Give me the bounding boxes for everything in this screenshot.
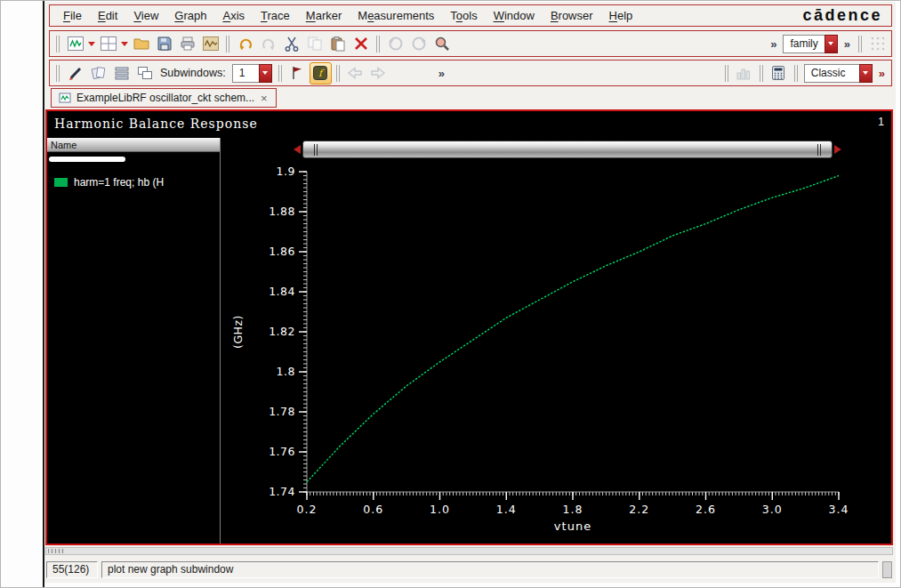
slider-right-grip[interactable] [817,144,821,156]
toolbar-overflow[interactable]: » [435,67,448,80]
dropdown-arrow-icon[interactable] [87,33,96,54]
bar-chart-icon [735,64,752,82]
menu-item-file[interactable]: File [55,7,90,24]
window-left-border [43,1,44,588]
plot-area[interactable]: 0.20.61.01.41.82.22.63.03.41.741.761.781… [221,163,893,545]
menu-item-marker[interactable]: Marker [298,7,350,24]
copy-button[interactable] [303,33,326,55]
graph-title: Harmonic Balance Response [54,117,258,131]
family-combo-value[interactable]: family [783,35,824,53]
status-message: plot new graph subwindow [101,561,879,578]
svg-text:(GHz): (GHz) [231,315,245,349]
pen-tool-button[interactable] [64,62,86,85]
style-combo-value[interactable]: Classic [804,64,859,83]
redo-button[interactable] [257,33,279,55]
strip-lines-icon [113,64,131,82]
refresh-prev-button[interactable] [384,33,406,55]
toolbar-overflow[interactable]: » [841,37,854,51]
svg-text:1.88: 1.88 [269,205,295,218]
dots-grid-button[interactable] [866,33,889,55]
toolbar-grip[interactable] [56,36,60,52]
legend-item[interactable]: harm=1 freq; hb (H [54,176,220,189]
toolbar-grip[interactable] [760,65,763,82]
menu-item-axis[interactable]: Axis [214,7,253,24]
toolbar-grip[interactable] [56,65,60,82]
menu-item-help[interactable]: Help [601,7,641,24]
combo-dropdown-icon[interactable] [859,64,873,83]
new-subwindow-button[interactable] [97,33,119,55]
menu-item-edit[interactable]: Edit [90,7,125,24]
svg-text:2.6: 2.6 [696,503,716,516]
calculator-icon [769,64,787,82]
legend-label: harm=1 freq; hb (H [74,176,164,189]
flag-icon [288,64,306,82]
print-button[interactable] [176,33,198,55]
slider-right-arrow-icon[interactable] [834,145,841,154]
family-combo[interactable]: family [783,35,837,53]
undo-button[interactable] [234,33,256,55]
menu-item-browser[interactable]: Browser [543,7,601,24]
menu-item-window[interactable]: Window [486,7,543,24]
horizontal-scrollbar-thumb[interactable] [48,549,64,553]
subwindows-combo[interactable]: 1 [232,64,272,83]
new-waveform-window-button[interactable] [64,33,86,55]
name-panel-scrollbar-thumb[interactable] [49,157,125,162]
zoom-fit-button[interactable] [430,33,453,55]
delete-button[interactable] [350,33,372,55]
horizontal-scrollbar[interactable] [45,547,893,555]
toolbar-grip[interactable] [336,65,340,82]
cards-button[interactable] [87,62,109,85]
combo-dropdown-icon[interactable] [825,35,838,53]
svg-text:1.9: 1.9 [277,165,295,178]
menu-item-tools[interactable]: Tools [442,7,485,24]
toolbar-grip[interactable] [376,36,380,52]
toolbar-overflow[interactable]: » [767,37,780,51]
legend-list: harm=1 freq; hb (H [47,176,220,189]
nav-back-button[interactable] [344,62,366,85]
strip-chart-button[interactable] [110,62,133,85]
cards-icon [90,64,108,82]
cut-button[interactable] [280,33,302,55]
nav-forward-button[interactable] [367,62,390,85]
slider-left-grip[interactable] [314,144,318,156]
menu-item-measurements[interactable]: Measurements [350,7,442,24]
flag-button[interactable] [286,62,309,85]
svg-text:3.0: 3.0 [762,503,783,516]
graph-window: Harmonic Balance Response 1 Name harm=1 … [45,109,893,545]
function-f-button[interactable]: f [310,62,332,85]
status-scroll-thumb[interactable] [882,561,892,578]
waveform-snapshot-button[interactable] [199,33,221,55]
subwindows-combo-value[interactable]: 1 [232,64,259,83]
menu-items: FileEditViewGraphAxisTraceMarkerMeasurem… [55,7,640,24]
style-combo[interactable]: Classic [804,64,873,83]
dots-grid-icon [869,35,887,52]
function-f-icon: f [311,64,329,82]
toolbar-grip[interactable] [794,65,798,82]
bar-chart-button[interactable] [733,62,755,85]
tab-close-icon[interactable]: × [260,93,269,104]
subwindow-layout-button[interactable] [133,62,156,85]
toolbar-grip[interactable] [858,36,862,52]
menu-item-graph[interactable]: Graph [166,7,214,24]
menu-item-trace[interactable]: Trace [253,7,298,24]
refresh-next-button[interactable] [407,33,430,55]
calculator-button[interactable] [768,62,790,85]
toolbar-overflow[interactable]: » [875,67,889,80]
open-button[interactable] [130,33,152,55]
paste-clipboard-icon [329,35,347,52]
slider-bar[interactable] [302,141,833,158]
dropdown-arrow-icon[interactable] [120,33,129,54]
menu-item-view[interactable]: View [125,7,166,24]
toolbar-grip[interactable] [226,36,229,52]
paste-button[interactable] [326,33,349,55]
magnifier-icon [433,35,451,52]
save-button[interactable] [153,33,175,55]
tab-oscillator-schematic[interactable]: ExampleLibRF oscillator_ckt schem... × [51,88,277,108]
tab-bar: ExampleLibRF oscillator_ckt schem... × [51,88,277,108]
toolbar-grip[interactable] [278,65,282,82]
x-range-slider[interactable] [294,138,841,161]
name-column-header[interactable]: Name [47,138,220,152]
combo-dropdown-icon[interactable] [259,64,272,83]
toolbar-grip[interactable] [725,65,728,82]
slider-left-arrow-icon[interactable] [294,145,301,154]
